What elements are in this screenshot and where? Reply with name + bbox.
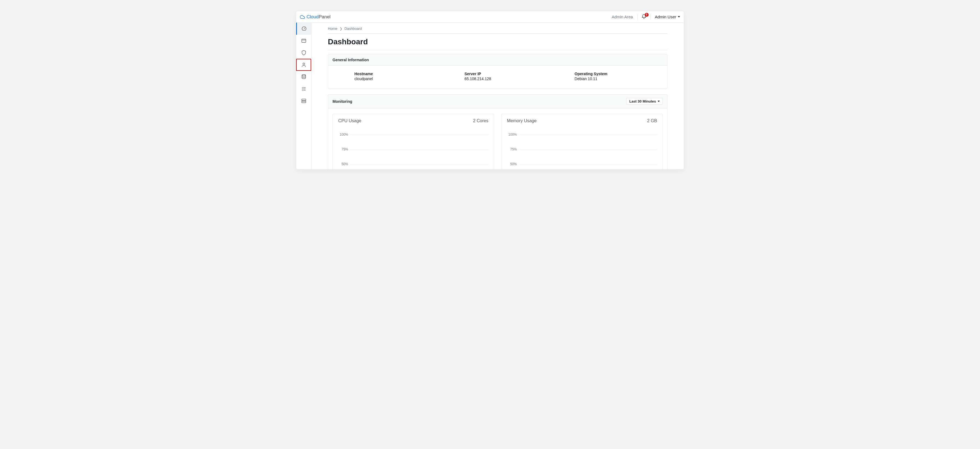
person-icon (301, 62, 307, 68)
svg-rect-3 (302, 99, 306, 100)
svg-rect-4 (302, 101, 306, 103)
ytick-50: 50% (338, 162, 350, 166)
sidebar-item-security[interactable] (296, 47, 311, 59)
panel-title: General Information (332, 58, 369, 62)
panel-general-info: General Information Hostname cloudpanel … (328, 54, 667, 89)
shield-icon (301, 50, 307, 56)
sidebar-item-dashboard[interactable] (296, 23, 311, 35)
chart-title: CPU Usage (338, 118, 361, 123)
breadcrumb-current: Dashboard (345, 27, 362, 30)
chevron-right-icon: ❯ (340, 27, 342, 30)
server-ip-value: 65.108.214.128 (465, 76, 553, 81)
brand-text-cloud: Cloud (307, 14, 318, 19)
grid-line (350, 149, 488, 150)
breadcrumb: Home ❯ Dashboard (328, 27, 667, 30)
svg-point-1 (303, 63, 305, 65)
ytick-75: 75% (338, 147, 350, 151)
database-icon (301, 74, 307, 80)
window-icon (301, 38, 307, 43)
grid-line (350, 164, 488, 164)
cloud-icon (300, 14, 305, 19)
time-range-label: Last 30 Minutes (629, 99, 656, 103)
panel-header: General Information (328, 54, 667, 65)
panel-monitoring: Monitoring Last 30 Minutes CPU Usage 2 C… (328, 94, 667, 169)
chart-memory: Memory Usage 2 GB 100% 75% 50% (501, 114, 663, 169)
sidebar (296, 23, 312, 169)
top-bar: CloudPanel Admin Area 0 Admin User (296, 11, 684, 23)
notifications-button[interactable]: 0 (639, 14, 649, 20)
ytick-100: 100% (507, 133, 519, 137)
brand-logo[interactable]: CloudPanel (300, 14, 331, 20)
server-icon (301, 98, 307, 103)
os-label: Operating System (574, 72, 663, 76)
grid-line (519, 149, 657, 150)
ytick-50: 50% (507, 162, 519, 166)
sidebar-item-databases[interactable] (296, 71, 311, 83)
app-window: CloudPanel Admin Area 0 Admin User (296, 11, 684, 170)
hostname-value: cloudpanel (355, 76, 443, 81)
panel-header: Monitoring Last 30 Minutes (328, 95, 667, 108)
body-area: Home ❯ Dashboard Dashboard General Infor… (296, 23, 684, 169)
caret-down-icon (658, 100, 660, 102)
admin-area-link[interactable]: Admin Area (609, 14, 636, 19)
user-name: Admin User (655, 14, 676, 19)
chart-subtitle: 2 Cores (473, 118, 488, 123)
brand-text-panel: Panel (318, 14, 330, 19)
grid-line (519, 164, 657, 164)
panel-title: Monitoring (332, 99, 352, 103)
page-title: Dashboard (328, 37, 667, 46)
content: Home ❯ Dashboard Dashboard General Infor… (312, 23, 684, 169)
chart-cpu: CPU Usage 2 Cores 100% 75% 50% (332, 114, 494, 169)
os-value: Debian 10.11 (574, 76, 663, 81)
notifications-badge: 0 (645, 13, 649, 17)
ytick-75: 75% (507, 147, 519, 151)
ytick-100: 100% (338, 133, 350, 137)
separator (650, 14, 651, 20)
sidebar-item-cron[interactable] (296, 83, 311, 95)
user-menu[interactable]: Admin User (652, 14, 680, 19)
chart-subtitle: 2 GB (647, 118, 657, 123)
caret-down-icon (678, 16, 680, 18)
hostname-label: Hostname (355, 72, 443, 76)
gauge-icon (301, 26, 307, 32)
sidebar-item-services[interactable] (296, 95, 311, 107)
sidebar-item-sites[interactable] (296, 35, 311, 47)
sidebar-item-users[interactable] (296, 59, 311, 71)
separator (637, 14, 638, 20)
breadcrumb-home[interactable]: Home (328, 27, 337, 30)
chart-title: Memory Usage (507, 118, 536, 123)
time-range-select[interactable]: Last 30 Minutes (626, 98, 663, 105)
svg-point-2 (302, 75, 305, 76)
server-ip-label: Server IP (465, 72, 553, 76)
list-icon (301, 86, 307, 92)
svg-rect-0 (302, 39, 306, 42)
